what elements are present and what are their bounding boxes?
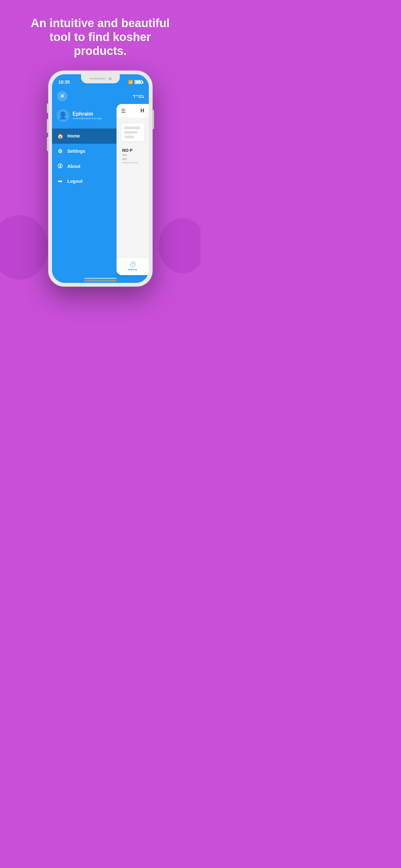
user-name: Ephraim [73, 111, 112, 117]
home-icon: 🏠 [57, 133, 63, 139]
app-content: 👤 Ephraim contact@kosherscan.app 🏠 Home [52, 104, 149, 275]
history-icon: 🕐 [129, 261, 136, 268]
hamburger-icon[interactable]: ☰ [121, 108, 126, 114]
phone-frame: 10:35 📶 ✕ בס״ד [49, 71, 152, 286]
user-info: Ephraim contact@kosherscan.app [73, 111, 112, 120]
phone-wrapper: 10:35 📶 ✕ בס״ד [49, 71, 152, 286]
battery-icon [135, 80, 143, 84]
hero-headline: An intuitive and beautiful tool to find … [10, 0, 191, 71]
main-body: NO P You any Scan the proc [117, 118, 149, 258]
volume-up-button [47, 119, 49, 133]
home-indicator [52, 275, 149, 283]
avatar: 👤 [57, 109, 69, 122]
nav-label-about: About [67, 164, 81, 169]
no-products-title: NO P [122, 148, 144, 153]
main-title: H [141, 108, 144, 114]
user-email: contact@kosherscan.app [73, 117, 112, 120]
bottom-tab-bar: 🕐 History [117, 258, 149, 275]
placeholder-line [124, 131, 138, 134]
settings-icon: ⚙ [57, 148, 63, 154]
nav-item-about[interactable]: 🛈 About [52, 159, 117, 174]
nav-item-logout[interactable]: ➡ Logout [52, 174, 117, 189]
phone-screen: 10:35 📶 ✕ בס״ד [52, 74, 149, 283]
placeholder-line [124, 127, 140, 129]
blob-left [0, 215, 49, 280]
nav-label-home: Home [67, 133, 80, 138]
placeholder-card [121, 123, 144, 142]
logout-icon: ➡ [57, 178, 63, 184]
mute-button [47, 103, 49, 113]
no-products-section: NO P You any Scan the proc [121, 145, 144, 164]
home-bar [84, 278, 117, 279]
main-panel: ☰ H NO P [117, 104, 149, 275]
placeholder-line [124, 135, 134, 138]
speaker-grille [89, 78, 105, 80]
front-camera [109, 78, 112, 80]
hero-background: An intuitive and beautiful tool to find … [0, 0, 201, 299]
status-icons: 📶 [128, 80, 143, 84]
close-button[interactable]: ✕ [57, 91, 67, 101]
nav-label-settings: Settings [67, 149, 85, 154]
nav-item-settings[interactable]: ⚙ Settings [52, 144, 117, 159]
no-products-scan: Scan the proc [122, 161, 144, 164]
blob-right [158, 218, 201, 273]
tab-history[interactable]: 🕐 History [128, 261, 137, 271]
nav-item-home[interactable]: 🏠 Home [52, 128, 117, 144]
about-icon: 🛈 [57, 163, 63, 169]
notch [81, 74, 120, 83]
nav-drawer: 👤 Ephraim contact@kosherscan.app 🏠 Home [52, 104, 117, 275]
user-section: 👤 Ephraim contact@kosherscan.app [52, 104, 117, 127]
power-button [152, 110, 154, 129]
user-avatar-icon: 👤 [58, 112, 67, 120]
nav-label-logout: Logout [67, 179, 83, 184]
no-products-sub2: any [122, 157, 144, 160]
app-topbar: ✕ בס״ד [52, 89, 149, 104]
no-products-subtitle: You [122, 153, 144, 157]
volume-down-button [47, 137, 49, 151]
hebrew-label: בס״ד [133, 94, 144, 99]
main-topbar: ☰ H [117, 104, 149, 118]
tab-history-label: History [128, 268, 137, 271]
bottom-physical-bar [84, 280, 117, 282]
status-time: 10:35 [58, 80, 70, 85]
wifi-icon: 📶 [128, 80, 133, 84]
